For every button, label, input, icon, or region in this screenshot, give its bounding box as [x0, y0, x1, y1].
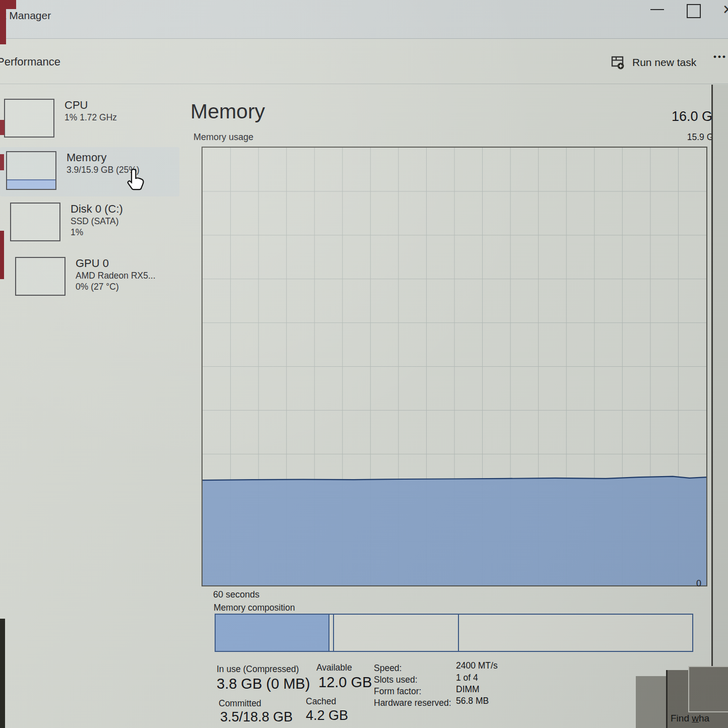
composition-segment-free [459, 615, 692, 651]
maximize-icon[interactable] [687, 4, 701, 18]
minimize-icon[interactable] [650, 9, 664, 10]
gpu-label: GPU 0 [76, 257, 156, 270]
cpu-stats: 1% 1.72 GHz [64, 112, 117, 123]
memory-usage-chart [202, 147, 707, 586]
cached-label: Cached [306, 696, 336, 707]
mouse-cursor-hand [125, 168, 147, 191]
hardware-reserved-label: Hardware reserved: [374, 698, 451, 708]
chart-x-left-label: 60 seconds [213, 589, 259, 600]
gpu-mini-graph [15, 257, 65, 296]
slots-used-value: 1 of 4 [456, 673, 478, 683]
gpu-model: AMD Radeon RX5... [76, 270, 156, 281]
run-new-task-label: Run new task [632, 56, 696, 69]
form-factor-label: Form factor: [374, 686, 421, 697]
composition-segment-in-use [216, 615, 329, 651]
memory-page-title: Memory [190, 100, 265, 123]
chart-x-right-label: 0 [646, 578, 701, 589]
available-value: 12.0 GB [318, 674, 372, 691]
title-bar: k Manager ✕ [0, 0, 728, 39]
memory-mini-graph [6, 151, 56, 190]
composition-segment-standby [334, 615, 459, 651]
screen-edge-band [711, 85, 728, 728]
photo-edge-artifact [0, 154, 4, 170]
screen: k Manager ✕ Performance Run new task •••… [0, 0, 728, 728]
photo-edge-artifact [0, 0, 16, 9]
committed-value: 3.5/18.8 GB [220, 709, 293, 725]
form-factor-value: DIMM [456, 684, 480, 695]
sidebar-item-memory[interactable]: Memory 3.9/15.9 GB (25%) [6, 151, 140, 190]
photo-edge-artifact [0, 231, 4, 279]
sidebar-item-disk0[interactable]: Disk 0 (C:) SSD (SATA) 1% [10, 203, 123, 241]
photo-edge-artifact [0, 619, 5, 728]
memory-mini-graph-fill [7, 179, 55, 189]
page-title-performance: Performance [0, 55, 60, 69]
memory-composition-label: Memory composition [214, 603, 295, 613]
inuse-label: In use (Compressed) [217, 664, 299, 675]
speed-label: Speed: [374, 663, 402, 674]
cpu-label: CPU [64, 99, 117, 112]
hardware-reserved-value: 56.8 MB [456, 696, 489, 706]
find-what-label: Find wha [671, 713, 709, 724]
sidebar-item-gpu0[interactable]: GPU 0 AMD Radeon RX5... 0% (27 °C) [15, 257, 156, 296]
photo-edge-artifact [0, 120, 5, 135]
disk-type: SSD (SATA) [71, 216, 123, 227]
sidebar-item-cpu[interactable]: CPU 1% 1.72 GHz [4, 99, 117, 138]
memory-label: Memory [67, 151, 140, 164]
chart-ymax-label: 15.9 GB [644, 132, 719, 143]
page-header: Performance Run new task ••• [0, 39, 728, 84]
composition-segment-modified [329, 615, 334, 651]
run-new-task-icon [611, 55, 626, 70]
available-label: Available [316, 663, 352, 673]
close-icon[interactable]: ✕ [722, 2, 728, 18]
gpu-usage: 0% (27 °C) [76, 281, 156, 292]
disk-label: Disk 0 (C:) [71, 203, 123, 216]
committed-label: Committed [219, 698, 261, 709]
slots-used-label: Slots used: [374, 675, 418, 685]
run-new-task-button[interactable]: Run new task [611, 51, 696, 74]
memory-composition-bar [215, 614, 693, 652]
disk-usage: 1% [71, 227, 123, 238]
memory-usage-area-plot [203, 148, 706, 585]
memory-total-capacity: 16.0 GB [621, 109, 721, 124]
inuse-value: 3.8 GB (0 MB) [217, 676, 310, 692]
cpu-mini-graph [4, 99, 54, 138]
speed-value: 2400 MT/s [456, 660, 498, 671]
find-dialog-inner-box[interactable] [688, 666, 728, 712]
disk-mini-graph [10, 203, 60, 241]
window-title: k Manager [1, 10, 51, 22]
memory-usage-label: Memory usage [193, 132, 253, 143]
cached-value: 4.2 GB [306, 708, 348, 723]
more-options-icon[interactable]: ••• [713, 52, 727, 62]
